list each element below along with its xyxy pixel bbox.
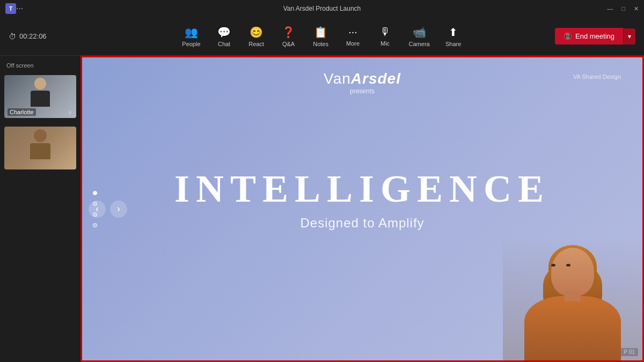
charlotte-mic-icon: 🎙 — [68, 110, 73, 116]
off-screen-label: Off screen — [4, 62, 76, 71]
participant-second-thumb[interactable] — [4, 127, 76, 169]
teams-icon: T — [5, 3, 16, 14]
people-icon: 👥 — [185, 26, 198, 39]
camera-label: Camera — [409, 41, 430, 47]
sidebar: Off screen Charlotte 🎙 — [0, 56, 80, 362]
share-icon: ⬆ — [449, 26, 458, 39]
react-label: React — [248, 41, 264, 47]
main-content: Off screen Charlotte 🎙 ‹ — [0, 56, 644, 362]
presenter-face-detail — [551, 264, 570, 267]
window-title: Van Arsdel Product Launch — [283, 5, 361, 12]
slide-brand-name: VanArsdel — [324, 70, 401, 87]
presentation-area: ‹ › VanArsdel presents VA Shared Design … — [80, 56, 644, 362]
end-meeting-phone-icon: 📵 — [564, 32, 572, 40]
slide-page-badge: P 01 — [621, 348, 638, 356]
maximize-button[interactable]: □ — [621, 5, 625, 12]
second-head — [34, 129, 47, 142]
presenter-shoulders — [524, 296, 621, 360]
slide-dot-1[interactable] — [93, 191, 97, 195]
mic-icon: 🎙 — [380, 26, 391, 38]
slide-main-text: INTELLIGENCE Designed to Amplify — [174, 166, 550, 230]
more-label: More — [346, 40, 360, 47]
end-meeting-chevron-button[interactable]: ▾ — [623, 28, 635, 45]
chat-icon: 💬 — [217, 26, 231, 39]
end-meeting-group: 📵 End meeting ▾ — [555, 28, 635, 45]
slide-prev-button[interactable]: ‹ — [89, 201, 106, 218]
camera-button[interactable]: 📹 Camera — [402, 21, 436, 51]
slide-va-label: VA Shared Design — [573, 73, 621, 80]
qa-button[interactable]: ❓ Q&A — [274, 21, 304, 51]
second-body — [30, 143, 50, 159]
titlebar: T ··· Van Arsdel Product Launch — □ ✕ — [0, 0, 644, 17]
more-options-icon[interactable]: ··· — [16, 4, 23, 13]
toolbar: ⏱ 00:22:06 👥 People 💬 Chat 😊 React ❓ Q&A… — [0, 17, 644, 56]
qa-icon: ❓ — [282, 26, 295, 39]
chat-button[interactable]: 💬 Chat — [209, 21, 239, 51]
qa-label: Q&A — [282, 41, 295, 47]
presenter-bg — [503, 237, 642, 360]
minimize-button[interactable]: — — [607, 5, 613, 12]
charlotte-name: Charlotte — [8, 108, 36, 116]
mic-button[interactable]: 🎙 Mic — [370, 21, 400, 51]
presenter-neck — [565, 291, 581, 301]
participant-charlotte-thumb[interactable]: Charlotte 🎙 — [4, 75, 76, 118]
presenter-eyes — [551, 264, 570, 267]
mic-label: Mic — [380, 40, 390, 47]
chat-label: Chat — [218, 41, 230, 47]
more-button[interactable]: ··· More — [338, 21, 368, 51]
presenter-right-eye — [566, 264, 570, 267]
presenter-left-eye — [551, 264, 555, 267]
notes-icon: 📋 — [314, 26, 327, 39]
presenter-figure — [519, 242, 626, 360]
slide-brand-presents: presents — [324, 87, 401, 95]
react-button[interactable]: 😊 React — [241, 21, 272, 51]
charlotte-body — [31, 91, 50, 107]
slide-brand: VanArsdel presents — [324, 70, 401, 95]
timer-display: ⏱ 00:22:06 — [9, 32, 47, 41]
slide-dot-4[interactable] — [93, 223, 97, 227]
slide-headline: INTELLIGENCE — [174, 166, 550, 211]
share-button[interactable]: ⬆ Share — [438, 21, 469, 51]
camera-icon: 📹 — [413, 26, 426, 39]
timer-icon: ⏱ — [9, 32, 16, 41]
notes-button[interactable]: 📋 Notes — [306, 21, 336, 51]
presenter-head — [551, 248, 594, 296]
people-label: People — [182, 41, 200, 47]
end-meeting-label: End meeting — [575, 32, 614, 40]
close-button[interactable]: ✕ — [634, 5, 639, 12]
slide-subheadline: Designed to Amplify — [174, 215, 550, 230]
slide-next-button[interactable]: › — [110, 201, 127, 218]
share-label: Share — [445, 41, 461, 47]
window-controls: — □ ✕ — [607, 5, 639, 12]
charlotte-head — [34, 78, 46, 90]
people-button[interactable]: 👥 People — [175, 21, 207, 51]
presenter-overlay — [503, 237, 642, 360]
timer-value: 00:22:06 — [19, 32, 47, 40]
more-icon: ··· — [348, 26, 357, 38]
end-meeting-button[interactable]: 📵 End meeting — [555, 28, 623, 45]
notes-label: Notes — [313, 41, 328, 47]
react-icon: 😊 — [250, 26, 263, 39]
